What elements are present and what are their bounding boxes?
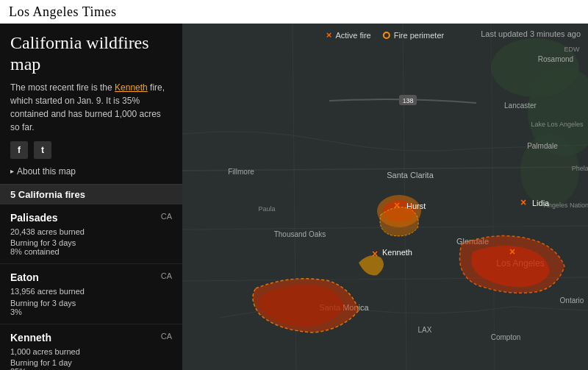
svg-text:Phela...: Phela... xyxy=(572,165,588,172)
svg-text:Kenneth: Kenneth xyxy=(382,248,412,257)
fire-contained: 35% xyxy=(10,367,172,370)
svg-text:Lancaster: Lancaster xyxy=(504,102,537,110)
fire-list-item[interactable]: Palisades CA 20,438 acres burned Burning… xyxy=(0,204,182,265)
fire-name: Palisades xyxy=(10,212,172,224)
svg-text:138: 138 xyxy=(402,97,413,104)
active-fire-icon: × xyxy=(326,29,332,40)
legend-fire-perimeter: Fire perimeter xyxy=(383,31,444,40)
fire-contained: 3% xyxy=(10,307,172,316)
facebook-button[interactable]: f xyxy=(10,141,28,159)
fire-list-item[interactable]: Eaton CA 13,956 acres burned Burning for… xyxy=(0,264,182,324)
svg-text:Palmdale: Palmdale xyxy=(527,142,558,150)
fires-count-header: 5 California fires xyxy=(0,185,182,204)
svg-text:Compton: Compton xyxy=(491,333,521,341)
fire-duration: Burning for 1 day xyxy=(10,358,172,367)
fire-acres: 20,438 acres burned xyxy=(10,226,172,239)
svg-text:×: × xyxy=(509,246,515,257)
map-container: 138 Rosamond EDW Lancaster Palmdale Lake… xyxy=(182,24,588,370)
fire-state: CA xyxy=(161,332,172,341)
fire-list-item[interactable]: Kenneth CA 1,000 acres burned Burning fo… xyxy=(0,324,182,370)
svg-text:Fillmore: Fillmore xyxy=(228,168,254,176)
fire-duration: Burning for 3 days xyxy=(10,238,172,247)
twitter-button[interactable]: t xyxy=(34,141,51,159)
svg-text:Santa Clarita: Santa Clarita xyxy=(387,171,434,179)
fire-acres: 1,000 acres burned xyxy=(10,346,172,359)
map-title: California wildfires map xyxy=(10,32,172,75)
fire-name: Eaton xyxy=(10,271,172,283)
fire-contained: 8% contained xyxy=(10,247,172,256)
svg-text:Thousand Oaks: Thousand Oaks xyxy=(274,230,326,238)
kenneth-link[interactable]: Kenneth xyxy=(115,82,148,93)
svg-text:Lidia: Lidia xyxy=(532,199,550,207)
legend-perimeter-label: Fire perimeter xyxy=(394,31,444,40)
site-title: Los Angeles Times xyxy=(9,4,117,20)
fire-acres: 13,956 acres burned xyxy=(10,285,172,299)
last-updated-label: Last updated 3 minutes ago xyxy=(481,29,581,38)
map-description: The most recent fire is the Kenneth fire… xyxy=(10,81,172,134)
fire-state: CA xyxy=(161,271,172,280)
fire-state: CA xyxy=(161,212,172,221)
legend-active-label: Active fire xyxy=(335,31,370,40)
svg-text:EDW: EDW xyxy=(564,46,581,53)
svg-text:Paula: Paula xyxy=(258,205,275,213)
map-svg: 138 Rosamond EDW Lancaster Palmdale Lake… xyxy=(182,24,588,370)
fire-name: Kenneth xyxy=(10,332,172,344)
svg-text:Rosamond: Rosamond xyxy=(538,55,573,63)
svg-text:Ontario: Ontario xyxy=(560,296,584,305)
perimeter-icon xyxy=(383,32,390,39)
legend-active-fire: × Active fire xyxy=(326,29,371,40)
about-link[interactable]: About this map xyxy=(10,166,172,177)
svg-text:Lake Los Angeles: Lake Los Angeles xyxy=(531,121,584,128)
fire-duration: Burning for 3 days xyxy=(10,299,172,307)
map-legend: × Active fire Fire perimeter xyxy=(326,29,444,40)
svg-text:×: × xyxy=(520,196,526,208)
svg-text:Angeles National Forest: Angeles National Forest xyxy=(544,202,588,209)
fires-list: Palisades CA 20,438 acres burned Burning… xyxy=(0,204,182,370)
svg-text:LAX: LAX xyxy=(418,326,432,334)
